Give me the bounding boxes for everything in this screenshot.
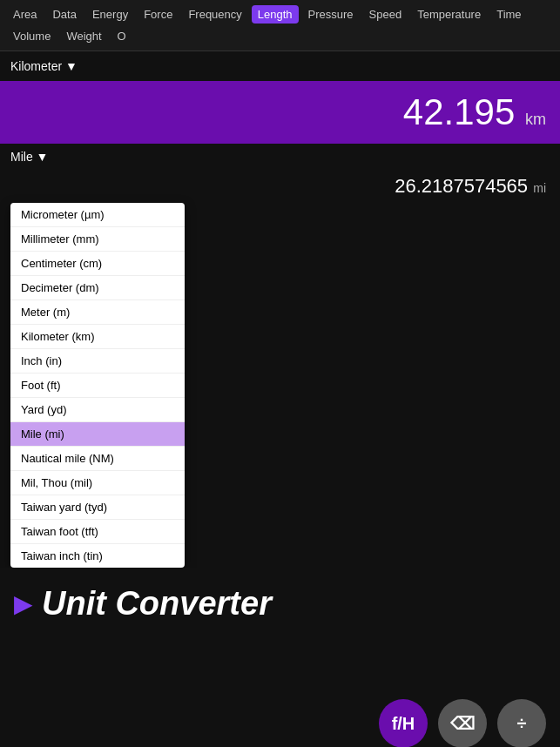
feature-title: Unit Converter [42, 585, 272, 622]
dropdown-item-taiwan-inch-(tin)[interactable]: Taiwan inch (tin) [10, 544, 185, 568]
dropdown-item-kilometer-(km)[interactable]: Kilometer (km) [10, 325, 185, 349]
top-nav-bar: AreaDataEnergyForceFrequencyLengthPressu… [0, 0, 560, 51]
value-display: 42.195 km [0, 81, 560, 144]
from-unit-row: Kilometer ▼ [0, 51, 560, 81]
top-nav-item-o[interactable]: O [111, 27, 132, 45]
value-unit: km [525, 111, 546, 128]
dropdown-item-centimeter-(cm)[interactable]: Centimeter (cm) [10, 252, 185, 276]
dropdown-container: Mile ▼ 26.2187574565 mi Micrometer (µm)M… [0, 144, 560, 568]
top-section: AreaDataEnergyForceFrequencyLengthPressu… [0, 0, 560, 747]
dropdown-item-taiwan-foot-(tft)[interactable]: Taiwan foot (tft) [10, 520, 185, 544]
unit-dropdown: Micrometer (µm)Millimeter (mm)Centimeter… [10, 203, 185, 568]
top-nav-item-volume[interactable]: Volume [7, 27, 57, 45]
feature-label-area: ▶ Unit Converter [0, 568, 560, 692]
top-nav-item-data[interactable]: Data [46, 5, 82, 24]
dropdown-item-nautical-mile-(nm)[interactable]: Nautical mile (NM) [10, 447, 185, 471]
to-unit-row: Mile ▼ [0, 144, 560, 170]
top-nav-item-energy[interactable]: Energy [86, 5, 134, 24]
calc-buttons-row: f/H⌫÷ [0, 692, 560, 747]
top-nav-item-weight[interactable]: Weight [60, 27, 107, 45]
top-nav-item-pressure[interactable]: Pressure [302, 5, 360, 24]
feature-arrow-icon: ▶ [14, 589, 33, 618]
top-nav-item-length[interactable]: Length [252, 5, 299, 24]
result-text: 26.2187574565 [395, 175, 528, 197]
top-nav-item-temperature[interactable]: Temperature [411, 5, 487, 24]
top-nav-item-speed[interactable]: Speed [363, 5, 408, 24]
dropdown-item-meter-(m)[interactable]: Meter (m) [10, 300, 185, 325]
dropdown-item-mil,-thou-(mil)[interactable]: Mil, Thou (mil) [10, 471, 185, 495]
dropdown-item-micrometer-(µm)[interactable]: Micrometer (µm) [10, 203, 185, 227]
result-unit: mi [533, 181, 546, 195]
top-nav-item-frequency[interactable]: Frequency [182, 5, 247, 24]
top-calc-btn-⌫[interactable]: ⌫ [438, 699, 487, 747]
dropdown-item-millimeter-(mm)[interactable]: Millimeter (mm) [10, 227, 185, 252]
to-unit-button[interactable]: Mile ▼ [10, 150, 48, 164]
top-calc-btn-f-h[interactable]: f/H [379, 699, 428, 747]
top-nav-item-time[interactable]: Time [490, 5, 527, 24]
dropdown-item-decimeter-(dm)[interactable]: Decimeter (dm) [10, 276, 185, 300]
from-unit-button[interactable]: Kilometer ▼ [10, 59, 78, 73]
dropdown-item-taiwan-yard-(tyd)[interactable]: Taiwan yard (tyd) [10, 495, 185, 520]
dropdown-item-foot-(ft)[interactable]: Foot (ft) [10, 374, 185, 398]
top-calc-btn-÷[interactable]: ÷ [497, 699, 546, 747]
dropdown-item-yard-(yd)[interactable]: Yard (yd) [10, 398, 185, 422]
dropdown-item-mile-(mi)[interactable]: Mile (mi) [10, 422, 185, 447]
top-nav-item-area[interactable]: Area [7, 5, 43, 24]
top-nav-item-force[interactable]: Force [138, 5, 179, 24]
value-text: 42.195 [403, 91, 515, 132]
result-display: 26.2187574565 mi [0, 170, 560, 203]
dropdown-item-inch-(in)[interactable]: Inch (in) [10, 349, 185, 374]
